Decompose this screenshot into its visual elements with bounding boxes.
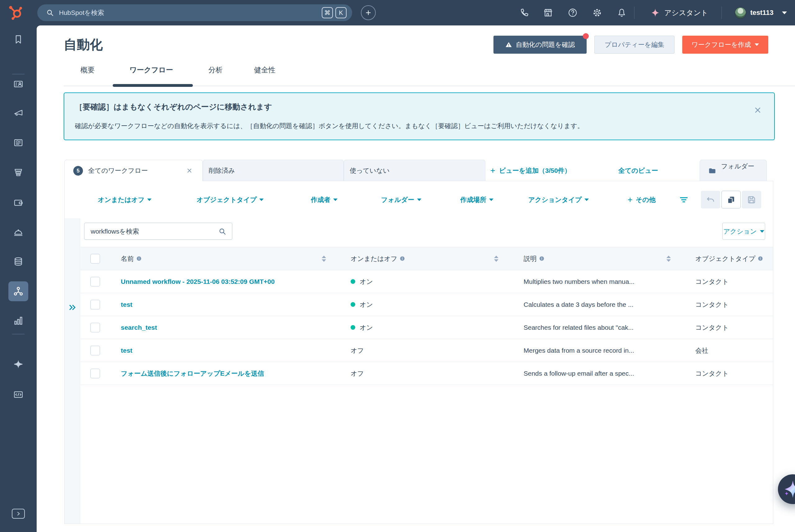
column-header-description[interactable]: 説明 [524,254,544,263]
status-cell: オフ [350,369,364,378]
workflow-search-input[interactable] [91,228,218,235]
actions-dropdown-button[interactable]: アクション [722,223,765,240]
status-on-dot [350,325,355,330]
status-on-dot [350,302,355,307]
reporting-bar-chart-icon[interactable] [13,316,23,326]
status-on-dot [350,279,355,284]
save-view-button[interactable] [742,191,761,208]
assistant-button[interactable]: アシスタント [651,0,708,25]
marketplace-icon[interactable] [543,8,553,18]
add-view-link[interactable]: ビューを追加（3/50件） [490,160,571,181]
filter-folder[interactable]: フォルダー [381,190,421,209]
sort-status[interactable] [494,255,499,262]
user-menu-caret-icon[interactable] [782,12,787,14]
clone-view-button[interactable] [721,191,741,208]
select-all-checkbox[interactable] [90,254,100,263]
undo-view-button[interactable] [701,191,720,208]
plus-icon [490,168,496,174]
view-tab-unused[interactable]: 使っていない [344,160,485,181]
calling-icon[interactable] [519,8,529,18]
workflow-search[interactable] [84,223,232,240]
row-checkbox[interactable] [90,277,100,286]
workflow-description: Merges data from a source record in... [524,347,634,354]
row-checkbox[interactable] [90,300,100,309]
create-workflow-label: ワークフローを作成 [691,40,751,49]
crm-contacts-icon[interactable] [13,79,23,89]
content-icon[interactable] [13,137,23,148]
notifications-bell-icon[interactable] [617,8,627,18]
caret-down-icon [584,198,589,201]
row-checkbox[interactable] [90,323,100,332]
settings-gear-icon[interactable] [592,8,602,18]
banner-title: ［要確認］はまもなくそれぞれのページに移動されます [75,102,272,112]
column-header-status[interactable]: オンまたはオフ [350,254,405,263]
table-row[interactable]: test オン Calculates a date 3 days before … [80,293,773,316]
workflow-name-link[interactable]: フォーム送信後にフォローアップEメールを送信 [121,369,264,378]
create-workflow-button[interactable]: ワークフローを作成 [682,36,768,54]
cmd-key-badge: ⌘ [322,7,333,18]
row-checkbox[interactable] [90,346,100,355]
developer-code-icon[interactable] [13,389,23,400]
workflow-name-link[interactable]: Unnamed workflow - 2025-11-06 03:52:09 G… [121,278,274,285]
filter-action-type[interactable]: アクションタイプ [528,190,589,209]
banner-close-icon[interactable] [754,106,762,114]
column-header-name[interactable]: 名前 [121,254,142,263]
column-header-object-type[interactable]: オブジェクトタイプ [695,254,763,263]
workflow-name-link[interactable]: test [121,301,132,308]
sidebar-expand-button[interactable] [12,509,25,519]
view-tab-all-workflows[interactable]: 5 全てのワークフロー [64,160,203,181]
notification-dot [583,33,589,39]
workflow-name-link[interactable]: search_test [121,324,157,331]
commerce-icon[interactable] [13,167,23,177]
filter-on-off[interactable]: オンまたはオフ [98,190,151,209]
tab-health[interactable]: 健全性 [254,65,275,75]
user-avatar[interactable] [735,7,746,19]
data-database-icon[interactable] [13,256,23,267]
status-cell: オフ [350,346,364,355]
folder-tab[interactable]: フォルダー [700,160,767,181]
copy-icon [726,195,736,205]
quick-add-button[interactable] [361,5,376,20]
workflow-description: Multiplies two numbers when manua... [524,278,634,285]
expand-folders-icon[interactable] [68,303,77,312]
all-views-link[interactable]: 全てのビュー [618,160,658,181]
table-row[interactable]: search_test オン Searches for related file… [80,316,773,339]
workflow-name-link[interactable]: test [121,347,132,354]
global-search-input[interactable] [59,9,322,16]
tab-workflows[interactable]: ワークフロー [129,65,173,75]
view-tab-deleted[interactable]: 削除済み [203,160,344,181]
ai-sparkle-icon[interactable] [13,359,23,369]
caret-down-icon [147,198,151,201]
user-name[interactable]: test113 [750,0,774,25]
filter-creator[interactable]: 作成者 [311,190,338,209]
workflow-description: Sends a follow-up email after a spec... [524,370,634,377]
all-filters-icon[interactable] [679,195,689,205]
review-automation-issues-button[interactable]: 自動化の問題を確認 [493,36,586,54]
more-filters-link[interactable]: その他 [627,190,655,209]
sort-description[interactable] [666,255,671,262]
plus-icon [627,197,633,203]
edit-properties-button[interactable]: プロパティーを編集 [594,36,674,54]
sidebar-item-automation-active[interactable] [8,281,28,301]
close-view-icon[interactable] [186,168,193,174]
hubspot-logo[interactable] [6,4,23,21]
actions-label: アクション [723,227,757,236]
filter-object-type[interactable]: オブジェクトタイプ [197,190,264,209]
table-row[interactable]: Unnamed workflow - 2025-11-06 03:52:09 G… [80,270,773,293]
filter-created-in[interactable]: 作成場所 [460,190,493,209]
service-bell-icon[interactable] [13,227,23,237]
object-type: コンタクト [695,323,728,332]
tab-analyze[interactable]: 分析 [209,65,223,75]
payments-wallet-icon[interactable] [13,197,23,208]
sort-name[interactable] [322,255,326,262]
bookmarks-icon[interactable] [13,34,23,45]
help-icon[interactable] [568,8,578,18]
table-row[interactable]: フォーム送信後にフォローアップEメールを送信 オフ Sends a follow… [80,362,773,385]
hubspot-app: ⌘ K [0,0,795,532]
row-checkbox[interactable] [90,368,100,378]
marketing-megaphone-icon[interactable] [13,108,23,119]
topbar-divider [634,6,634,19]
global-search[interactable]: ⌘ K [37,4,352,21]
table-row[interactable]: test オフ Merges data from a source record… [80,339,773,362]
tab-overview[interactable]: 概要 [80,65,95,75]
